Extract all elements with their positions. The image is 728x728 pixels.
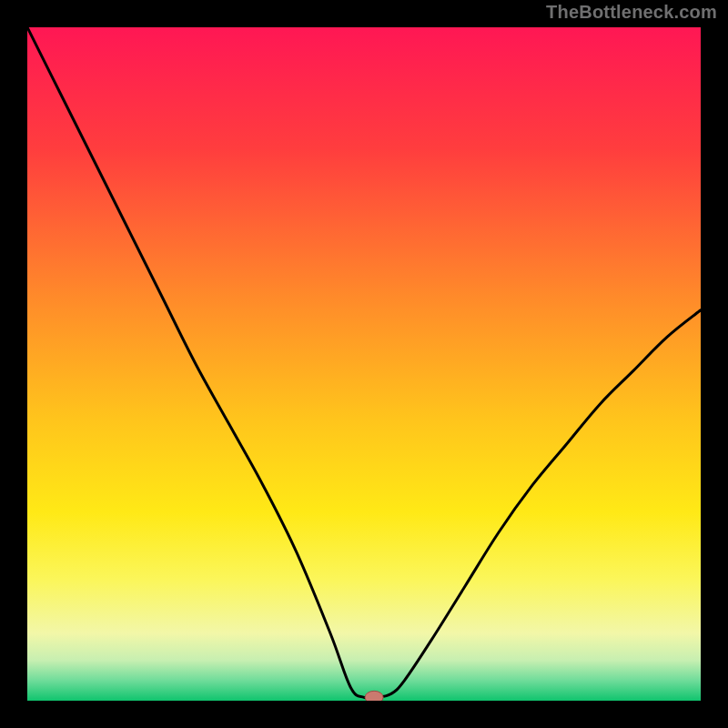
chart-background [27,27,701,701]
attribution-text: TheBottleneck.com [546,2,717,23]
chart-frame: { "attribution": "TheBottleneck.com", "c… [0,0,728,728]
bottleneck-chart [27,27,701,701]
optimal-point-marker [365,691,383,701]
